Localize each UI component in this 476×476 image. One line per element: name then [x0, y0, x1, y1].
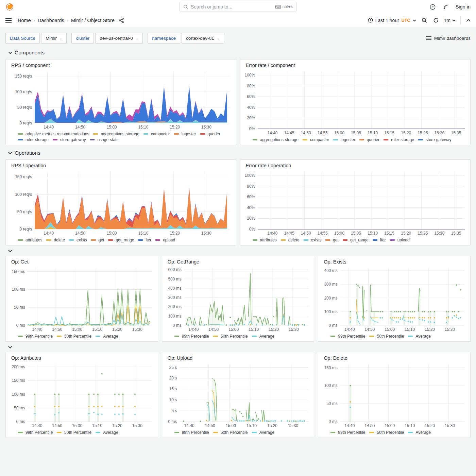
refresh-interval-picker[interactable]: 1m	[444, 18, 456, 23]
legend-item[interactable]: get_range	[343, 238, 369, 242]
panel-title[interactable]: RPS / operation	[9, 162, 233, 169]
legend-item[interactable]: upload	[155, 238, 175, 242]
breadcrumb-dashboards[interactable]: Dashboards	[38, 18, 64, 23]
legend-item[interactable]: 99th Percentile	[330, 334, 365, 339]
variable-namespace-value[interactable]: cortex-dev-01 ⌄	[182, 33, 224, 44]
share-button[interactable]	[118, 17, 125, 24]
legend-item[interactable]: Average	[408, 334, 430, 339]
chart-plot-area[interactable]: 14:4014:5015:0015:1015:2015:300 ms50 ms1…	[9, 265, 154, 333]
help-button[interactable]: ?	[429, 3, 436, 11]
variable-datasource-label[interactable]: Data Source	[5, 33, 40, 44]
legend-item[interactable]: get	[325, 238, 339, 242]
chart-plot-area[interactable]: 14:4014:4514:5014:5515:0015:0515:1015:15…	[244, 169, 467, 237]
legend-item[interactable]: get_range	[108, 238, 134, 242]
chart-plot-area[interactable]: 14:4014:5015:0015:1015:2015:300 req/s50 …	[9, 169, 233, 237]
legend-item[interactable]: 50th Percentile	[213, 334, 248, 339]
section-operations[interactable]: Operations	[0, 145, 476, 159]
legend-item[interactable]: Average	[96, 430, 118, 435]
legend-item[interactable]: exists	[69, 238, 87, 242]
legend-item[interactable]: 99th Percentile	[330, 430, 365, 435]
legend-item[interactable]: 99th Percentile	[174, 430, 209, 435]
panel-title[interactable]: Op: Get	[9, 258, 154, 265]
grafana-logo[interactable]	[5, 3, 14, 11]
legend-item[interactable]: ingester	[174, 132, 196, 136]
variable-namespace-label[interactable]: namespace	[148, 33, 180, 44]
panel-title[interactable]: RPS / component	[9, 62, 233, 69]
chart-plot-area[interactable]: 14:4014:5015:0015:1015:2015:300 ms100 ms…	[166, 265, 311, 333]
legend-item[interactable]: iter	[138, 238, 151, 242]
search-input[interactable]: Search or jump to... ctrl+k	[180, 2, 296, 12]
legend-item[interactable]: querier	[200, 132, 220, 136]
collapse-toolbar-button[interactable]	[465, 18, 471, 22]
sign-in-link[interactable]: Sign in	[456, 4, 471, 10]
variable-cluster-value[interactable]: dev-us-central-0 ⌄	[95, 33, 143, 44]
chart-plot-area[interactable]: 14:4014:5015:0015:1015:2015:300 req/s50 …	[9, 69, 233, 131]
legend-item[interactable]: Average	[252, 334, 274, 339]
legend-item[interactable]: attributes	[18, 238, 42, 242]
time-range-picker[interactable]: Last 1 hour UTC	[368, 18, 416, 23]
legend-item[interactable]: compactor	[303, 137, 329, 142]
legend-item[interactable]: store-gateway	[418, 137, 451, 142]
legend-item[interactable]: exists	[304, 238, 322, 242]
refresh-button[interactable]	[432, 17, 439, 24]
legend-item[interactable]: compactor	[143, 132, 170, 136]
legend-item[interactable]: querier	[359, 137, 379, 142]
panel-title[interactable]: Op: Delete	[322, 355, 467, 361]
variable-cluster-label[interactable]: cluster	[71, 33, 94, 44]
variable-datasource-value[interactable]: Mimir ⌄	[41, 33, 67, 44]
menu-toggle-button[interactable]	[5, 17, 12, 23]
legend-item[interactable]: ruler-storage	[18, 137, 49, 142]
legend-item[interactable]: usage-stats	[90, 137, 118, 142]
breadcrumb-home[interactable]: Home	[18, 18, 31, 23]
chart-plot-area[interactable]: 14:4014:5015:0015:1015:2015:300 ms50 ms1…	[322, 361, 467, 429]
chart-canvas[interactable]: 14:4014:5015:0015:1015:2015:300 ms50 ms1…	[322, 361, 466, 429]
legend-item[interactable]: 50th Percentile	[369, 334, 404, 339]
chart-plot-area[interactable]: 14:4014:5015:0015:1015:2015:300 ms5 s10 …	[166, 361, 311, 429]
panel-title[interactable]: Op: Upload	[166, 355, 311, 361]
legend-item[interactable]: adaptive-metrics-recommendations	[18, 132, 89, 136]
panel-title[interactable]: Error rate / operation	[244, 162, 467, 169]
legend-item[interactable]: 50th Percentile	[213, 430, 248, 435]
chart-plot-area[interactable]: 14:4014:5015:0015:1015:2015:300 ms50 ms1…	[9, 361, 154, 429]
legend-item[interactable]: store-gateway	[53, 137, 86, 142]
chart-canvas[interactable]: 14:4014:5015:0015:1015:2015:300 ms50 ms1…	[9, 361, 154, 429]
row-toggle-ops-2[interactable]	[0, 342, 476, 352]
section-components[interactable]: Components	[0, 45, 476, 59]
legend-item[interactable]: upload	[390, 238, 410, 242]
chart-canvas[interactable]: 14:4014:5015:0015:1015:2015:300 ms100 ms…	[166, 265, 310, 333]
legend-item[interactable]: 50th Percentile	[369, 430, 404, 435]
panel-title[interactable]: Op: Exists	[322, 258, 467, 265]
row-toggle-ops-1[interactable]	[0, 245, 476, 256]
legend-item[interactable]: delete	[281, 238, 300, 242]
legend-item[interactable]: Average	[252, 430, 274, 435]
legend-item[interactable]: 50th Percentile	[57, 430, 91, 435]
chart-canvas[interactable]: 14:4014:4514:5014:5515:0015:0515:1015:15…	[244, 169, 467, 237]
legend-item[interactable]: aggregations-storage	[253, 137, 299, 142]
chart-plot-area[interactable]: 14:4014:4514:5014:5515:0015:0515:1015:15…	[244, 69, 467, 136]
zoom-out-button[interactable]	[421, 17, 428, 24]
chart-canvas[interactable]: 14:4014:5015:0015:1015:2015:300 ms50 ms1…	[9, 265, 154, 333]
legend-item[interactable]: aggregations-storage	[93, 132, 139, 136]
news-button[interactable]	[442, 3, 449, 11]
chart-canvas[interactable]: 14:4014:5015:0015:1015:2015:300 ms100 ms…	[322, 265, 466, 333]
legend-item[interactable]: ruler-storage	[384, 137, 414, 142]
legend-item[interactable]: 99th Percentile	[18, 334, 53, 339]
chart-canvas[interactable]: 14:4014:5015:0015:1015:2015:300 req/s50 …	[9, 69, 232, 131]
legend-item[interactable]: 50th Percentile	[57, 334, 91, 339]
legend-item[interactable]: Average	[96, 334, 118, 339]
legend-item[interactable]: attributes	[253, 238, 277, 242]
chart-canvas[interactable]: 14:4014:5015:0015:1015:2015:300 ms5 s10 …	[166, 361, 310, 429]
chart-canvas[interactable]: 14:4014:5015:0015:1015:2015:300 req/s50 …	[9, 169, 232, 237]
chart-canvas[interactable]: 14:4014:4514:5014:5515:0015:0515:1015:15…	[244, 69, 467, 136]
panel-title[interactable]: Error rate / component	[244, 62, 467, 69]
legend-item[interactable]: delete	[46, 238, 65, 242]
legend-item[interactable]: 99th Percentile	[18, 430, 53, 435]
legend-item[interactable]: Average	[408, 430, 430, 435]
legend-item[interactable]: iter	[373, 238, 386, 242]
legend-item[interactable]: ingester	[333, 137, 355, 142]
panel-title[interactable]: Op: Attributes	[9, 355, 154, 361]
legend-item[interactable]: get	[91, 238, 104, 242]
mimir-dashboards-button[interactable]: Mimir dashboards	[426, 36, 471, 41]
chart-plot-area[interactable]: 14:4014:5015:0015:1015:2015:300 ms100 ms…	[322, 265, 467, 333]
panel-title[interactable]: Op: GetRange	[166, 258, 311, 265]
